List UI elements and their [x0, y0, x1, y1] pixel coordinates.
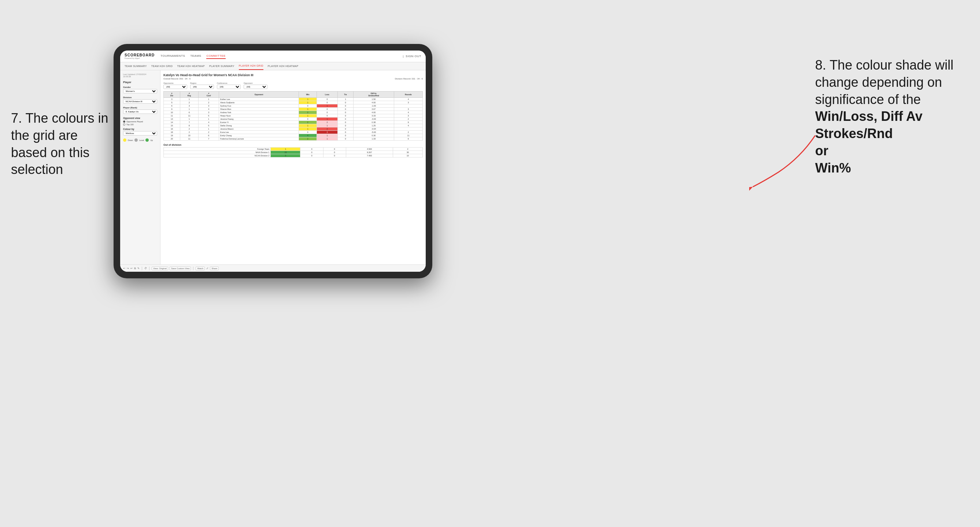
radio-opponents-played[interactable]: Opponents Played — [123, 121, 157, 123]
td-tie: 0 — [337, 134, 353, 137]
logo-area: SCOREBOARD Powered by clippd — [124, 53, 154, 59]
td-win: 2 — [299, 137, 317, 141]
td-diff: 0.38 — [353, 121, 394, 124]
td-loss: 1 — [317, 137, 338, 141]
td-div: 20 — [164, 137, 180, 141]
toolbar-sep3 — [193, 267, 193, 270]
td-tie: 0 — [337, 117, 353, 121]
td-label: NAIA Division 1 — [164, 151, 271, 154]
opponents-select[interactable]: (All) — [163, 84, 187, 89]
subnav-team-summary[interactable]: TEAM SUMMARY — [124, 62, 147, 70]
share-button[interactable]: Share — [210, 267, 219, 270]
td-conf: 1 — [199, 117, 219, 121]
td-reg: 11 — [180, 137, 199, 141]
td-win: 4 — [299, 134, 317, 137]
td-loss: 2 — [317, 121, 338, 124]
td-tie: 0 — [323, 154, 346, 157]
td-diff: -0.94 — [353, 127, 394, 131]
annotation-bold3: or — [815, 143, 828, 158]
clock-icon[interactable]: ⏱ — [144, 267, 147, 270]
radio-label-top100: Top 100 — [126, 124, 134, 125]
td-win: 1 — [299, 124, 317, 127]
td-div: 3 — [164, 98, 180, 101]
division-select[interactable]: NCAA Division III — [123, 99, 157, 104]
td-win: 1 — [299, 108, 317, 111]
copy-icon[interactable]: ⧉ — [134, 267, 136, 270]
sign-out-button[interactable]: Sign out — [406, 54, 421, 59]
subnav-player-h2h-heatmap[interactable]: PLAYER H2H HEATMAP — [268, 62, 299, 70]
td-reg: 7 — [180, 121, 199, 124]
td-diff: 1.25 — [353, 124, 394, 127]
td-div: 9 — [164, 108, 180, 111]
view-original-button[interactable]: View: Original — [152, 267, 168, 270]
bottom-toolbar: ↩ ↪ ↩ ⧉ ✎ ⏱ View: Original Save Custom V… — [120, 264, 426, 272]
td-reg: 1 — [180, 117, 199, 121]
save-custom-view-button[interactable]: Save Custom View — [170, 267, 191, 270]
td-loss: 0 — [317, 98, 338, 101]
td-loss: 0 — [317, 114, 338, 117]
edit-icon[interactable]: ✎ — [137, 267, 140, 270]
subnav-player-summary[interactable]: PLAYER SUMMARY — [209, 62, 234, 70]
radio-label-opponents: Opponents Played — [126, 121, 143, 123]
subnav-team-h2h-heatmap[interactable]: TEAM H2H HEATMAP — [177, 62, 204, 70]
tablet-frame: SCOREBOARD Powered by clippd TOURNAMENTS… — [114, 44, 432, 278]
td-win: 1 — [271, 148, 301, 151]
td-div: 10 — [164, 111, 180, 114]
td-loss: 0 — [317, 111, 338, 114]
table-row: 13 1 1 Jessica Huang 0 1 0 -3.00 2 — [164, 117, 423, 121]
td-win: 0 — [299, 131, 317, 134]
td-div: 18 — [164, 131, 180, 134]
td-win: 1 — [299, 98, 317, 101]
gender-section: Gender Women's — [123, 86, 157, 94]
td-rounds: 4 — [394, 98, 422, 101]
sidebar: Last Updated: 27/03/2024 16:55:38 Player… — [120, 70, 161, 264]
refresh-icon[interactable]: ↩ — [130, 267, 133, 270]
td-opponent: Sharon Mun — [219, 108, 299, 111]
table-row: NCAA Division 2 5 0 0 7.400 10 — [164, 154, 423, 157]
player-rank-select[interactable]: 8. Katelyn Vo — [123, 110, 157, 114]
td-rounds: 11 — [394, 134, 422, 137]
td-win: 1 — [299, 114, 317, 117]
table-row: Foreign Team 1 0 0 4.500 2 — [164, 148, 423, 151]
td-tie: 0 — [323, 148, 346, 151]
td-rounds: 3 — [394, 108, 422, 111]
nav-teams[interactable]: TEAMS — [190, 54, 201, 59]
nav-separator: | — [403, 55, 404, 57]
nav-tournaments[interactable]: TOURNAMENTS — [161, 54, 185, 59]
annotation-right-text: 8. The colour shade will change dependin… — [815, 57, 954, 107]
colour-by-select[interactable]: Win/loss — [123, 131, 157, 135]
undo-icon[interactable]: ↩ — [123, 267, 125, 270]
table-row: 3 1 1 Esther Lee 1 0 1 1.50 4 — [164, 98, 423, 101]
td-win: 0 — [299, 117, 317, 121]
td-opponent: Heejo Hyun — [219, 114, 299, 117]
td-loss: 0 — [301, 148, 323, 151]
td-reg: 1 — [180, 108, 199, 111]
td-label: Foreign Team — [164, 148, 271, 151]
gender-select[interactable]: Women's — [123, 89, 157, 94]
subnav-team-h2h-grid[interactable]: TEAM H2H GRID — [151, 62, 173, 70]
td-opponent: Eunice Yi — [219, 121, 299, 124]
td-tie: 0 — [337, 137, 353, 141]
td-reg: 8 — [180, 124, 199, 127]
nav-committee[interactable]: COMMITTEE — [206, 54, 226, 59]
opponent-select[interactable]: (All) — [243, 84, 267, 89]
main-table: #Div #Reg #Conf Opponent Win Loss Tie Di… — [163, 91, 423, 141]
td-opponent: Federica Domecq Lacroze — [219, 137, 299, 141]
radio-top100[interactable]: Top 100 — [123, 124, 157, 125]
td-conf: 2 — [199, 131, 219, 134]
th-diff: Diff AvStrokes/Rnd — [353, 92, 394, 98]
td-tie: 0 — [337, 114, 353, 117]
timestamp: Last Updated: 27/03/2024 16:55:38 — [123, 73, 157, 78]
td-tie: 0 — [337, 131, 353, 134]
watch-button[interactable]: Watch — [196, 267, 205, 270]
redo-icon[interactable]: ↪ — [127, 267, 129, 270]
td-rounds: 3 — [394, 114, 422, 117]
share-icon[interactable]: ⤢ — [206, 267, 208, 270]
grid-title: Katelyn Vo Head-to-Head Grid for Women's… — [163, 73, 423, 77]
region-select[interactable]: (All) — [190, 84, 214, 89]
subnav-player-h2h-grid[interactable]: PLAYER H2H GRID — [239, 62, 263, 70]
td-conf: 6 — [199, 134, 219, 137]
conference-select[interactable]: (All) — [217, 84, 241, 89]
td-tie: 0 — [337, 121, 353, 124]
toolbar-sep2 — [149, 267, 150, 270]
